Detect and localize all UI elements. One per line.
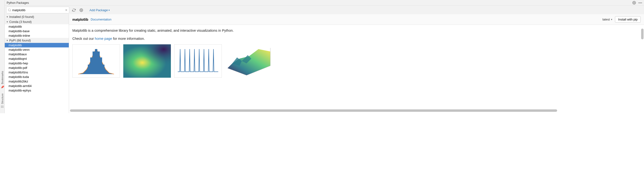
gear-icon[interactable] <box>632 1 636 5</box>
group-header-pypi[interactable]: ▼ PyPI (66 found) <box>5 38 69 43</box>
package-name: matplotlib <box>72 18 88 22</box>
documentation-link[interactable]: Documentation <box>91 18 112 21</box>
svg-point-3 <box>81 10 82 11</box>
thumbnail-heatmap <box>123 44 171 78</box>
vertical-scrollbar[interactable] <box>641 29 644 62</box>
version-label: latest <box>602 18 610 21</box>
group-header-conda[interactable]: ▼ Conda (3 found) <box>5 19 69 24</box>
list-item[interactable]: matplotlib-inline <box>5 33 69 38</box>
list-item[interactable]: matplotlib2tikz <box>5 79 69 84</box>
sidebar-item-bookmarks[interactable]: 🔖 Bookmarks <box>0 69 4 91</box>
toolbar: ✕ Add Package ▾ <box>5 6 644 14</box>
body-split: ▼ Installed (0 found) ▼ Conda (3 found) … <box>5 14 644 113</box>
thumbnail-row <box>72 44 641 78</box>
list-item[interactable]: matplotlib-venn <box>5 47 69 52</box>
description-line2: Check out our home page for more informa… <box>72 36 641 42</box>
list-item[interactable]: matplotlib <box>5 24 69 29</box>
search-field-wrap[interactable]: ✕ <box>6 7 69 13</box>
sidebar-item-label: Bookmarks <box>1 71 4 84</box>
list-item[interactable]: matplotlibqml <box>5 57 69 61</box>
list-item[interactable]: matplotlib-pdf <box>5 66 69 70</box>
ide-left-tool-strip: 🔖 Bookmarks ☷ Structure <box>0 0 5 113</box>
list-item[interactable]: matplotlib-base <box>5 29 69 33</box>
scrollbar-thumb[interactable] <box>70 109 557 112</box>
group-label: Conda (3 found) <box>9 20 32 24</box>
list-item[interactable]: matplotlib-tuda <box>5 75 69 79</box>
group-label: PyPI (66 found) <box>9 39 31 42</box>
description-line1: Matplotlib is a comprehensive library fo… <box>72 28 641 33</box>
svg-point-1 <box>8 9 10 11</box>
list-item[interactable]: matplotlib-ephys <box>5 88 69 93</box>
svg-rect-8 <box>97 52 100 74</box>
panel-title-bar: Python Packages — <box>5 0 644 6</box>
details-header: matplotlib Documentation latest ▼ Instal… <box>69 14 644 25</box>
list-item[interactable]: matplotlibXtns <box>5 70 69 75</box>
list-item[interactable]: matplotlib <box>5 43 69 47</box>
group-label: Installed (0 found) <box>9 15 34 19</box>
svg-rect-10 <box>102 65 104 74</box>
package-details: matplotlib Documentation latest ▼ Instal… <box>69 14 644 113</box>
minimize-icon[interactable]: — <box>638 2 642 4</box>
version-select[interactable]: latest ▼ <box>602 18 612 21</box>
details-content: Matplotlib is a comprehensive library fo… <box>69 25 644 109</box>
svg-point-0 <box>634 3 635 3</box>
svg-rect-7 <box>95 49 97 74</box>
refresh-icon[interactable] <box>71 8 77 13</box>
thumbnail-3d-surface <box>225 44 273 78</box>
structure-icon: ☷ <box>1 105 4 108</box>
thumbnail-histogram <box>72 44 120 78</box>
search-input[interactable] <box>12 8 65 12</box>
chevron-down-icon: ▾ <box>108 9 110 12</box>
add-package-link[interactable]: Add Package ▾ <box>90 8 110 12</box>
install-button[interactable]: Install with pip <box>615 16 641 23</box>
list-item[interactable]: matplotlib-hep <box>5 61 69 66</box>
clear-icon[interactable]: ✕ <box>65 8 68 12</box>
group-header-installed[interactable]: ▼ Installed (0 found) <box>5 14 69 19</box>
svg-rect-12 <box>123 44 171 78</box>
sidebar-item-label: Structure <box>1 93 4 104</box>
horizontal-scrollbar[interactable] <box>70 109 643 112</box>
chevron-down-icon: ▼ <box>610 18 612 21</box>
search-icon <box>8 8 11 12</box>
add-package-label: Add Package <box>90 8 108 12</box>
settings-icon[interactable] <box>78 8 84 13</box>
svg-rect-6 <box>92 52 95 74</box>
caret-down-icon: ▼ <box>6 39 8 42</box>
panel-title: Python Packages <box>7 1 29 5</box>
home-page-link[interactable]: home page <box>95 37 112 41</box>
thumbnail-spikes <box>174 44 222 78</box>
caret-down-icon: ▼ <box>6 16 8 18</box>
package-list[interactable]: ▼ Installed (0 found) ▼ Conda (3 found) … <box>5 14 69 113</box>
python-packages-panel: Python Packages — ✕ Add Package ▾ <box>5 0 644 113</box>
svg-rect-9 <box>100 57 102 74</box>
list-item[interactable]: matplotlib-arm64 <box>5 84 69 88</box>
svg-line-2 <box>10 11 11 12</box>
panel-title-actions: — <box>632 1 642 5</box>
list-item[interactable]: matplotlibaux <box>5 52 69 57</box>
scrollbar-thumb[interactable] <box>641 29 644 39</box>
caret-down-icon: ▼ <box>6 21 8 23</box>
svg-rect-5 <box>90 57 92 74</box>
bookmark-icon: 🔖 <box>0 85 4 89</box>
svg-rect-4 <box>88 65 90 74</box>
sidebar-item-structure[interactable]: ☷ Structure <box>0 91 4 111</box>
